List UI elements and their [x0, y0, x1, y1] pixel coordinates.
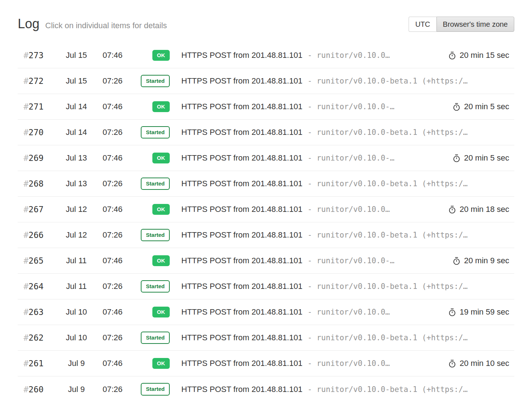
row-duration: 20 min 5 sec — [445, 102, 514, 111]
row-event-text: HTTPS POST from 201.48.81.101 — [181, 333, 303, 342]
row-event: HTTPS POST from 201.48.81.101- runitor/v… — [181, 102, 445, 111]
log-row[interactable]: #264 Jul 11 07:26 Started HTTPS POST fro… — [18, 274, 514, 299]
row-event-text: HTTPS POST from 201.48.81.101 — [181, 51, 303, 60]
row-user-agent: - runitor/v0.10.0… — [308, 308, 390, 316]
row-number-hash: # — [24, 256, 29, 265]
row-separator: - — [308, 256, 312, 265]
row-separator: - — [308, 77, 312, 85]
row-time: 07:26 — [94, 282, 131, 291]
row-separator: - — [308, 154, 312, 162]
row-duration-text: 19 min 59 sec — [460, 307, 509, 317]
row-status-cell: Started — [131, 178, 170, 190]
row-event: HTTPS POST from 201.48.81.101- runitor/v… — [181, 282, 514, 291]
row-number-hash: # — [24, 359, 29, 368]
row-duration-text: 20 min 9 sec — [464, 256, 509, 265]
row-number-value: 267 — [29, 205, 44, 214]
status-badge: OK — [152, 50, 170, 61]
row-event-text: HTTPS POST from 201.48.81.101 — [181, 359, 303, 368]
row-event: HTTPS POST from 201.48.81.101- runitor/v… — [181, 256, 445, 265]
row-number: #271 — [18, 102, 58, 111]
log-row[interactable]: #262 Jul 10 07:26 Started HTTPS POST fro… — [18, 325, 514, 351]
log-row[interactable]: #265 Jul 11 07:46 OK HTTPS POST from 201… — [18, 248, 514, 274]
row-date: Jul 14 — [58, 102, 94, 111]
row-event-text: HTTPS POST from 201.48.81.101 — [181, 102, 303, 111]
log-list: #273 Jul 15 07:46 OK HTTPS POST from 201… — [18, 43, 514, 402]
status-badge: Started — [141, 178, 170, 190]
row-date: Jul 9 — [58, 385, 94, 394]
row-date: Jul 12 — [58, 230, 94, 240]
row-number-value: 260 — [29, 385, 44, 394]
log-row[interactable]: #261 Jul 9 07:46 OK HTTPS POST from 201.… — [18, 351, 514, 376]
stopwatch-icon — [452, 257, 461, 265]
row-event: HTTPS POST from 201.48.81.101- runitor/v… — [181, 385, 514, 394]
row-number-value: 263 — [29, 307, 44, 317]
log-row[interactable]: #263 Jul 10 07:46 OK HTTPS POST from 201… — [18, 299, 514, 325]
utc-button[interactable]: UTC — [409, 17, 436, 32]
row-status-cell: OK — [131, 50, 170, 61]
row-number-value: 262 — [29, 333, 44, 342]
log-row[interactable]: #260 Jul 9 07:26 Started HTTPS POST from… — [18, 376, 514, 402]
log-row[interactable]: #269 Jul 13 07:46 OK HTTPS POST from 201… — [18, 145, 514, 171]
row-status-cell: Started — [131, 229, 170, 242]
log-row[interactable]: #273 Jul 15 07:46 OK HTTPS POST from 201… — [18, 43, 514, 68]
row-separator: - — [308, 333, 312, 342]
row-duration: 20 min 5 sec — [445, 153, 514, 163]
row-number: #264 — [18, 282, 58, 291]
row-date: Jul 11 — [58, 282, 94, 291]
row-number: #268 — [18, 179, 58, 188]
row-time: 07:46 — [94, 205, 131, 214]
row-user-agent: - runitor/v0.10.0-… — [308, 154, 394, 162]
row-number-value: 265 — [29, 256, 44, 265]
row-separator: - — [308, 385, 312, 394]
browser-timezone-button[interactable]: Browser's time zone — [436, 17, 514, 32]
row-event: HTTPS POST from 201.48.81.101- runitor/v… — [181, 205, 441, 214]
row-user-agent: - runitor/v0.10.0… — [308, 205, 390, 214]
log-row[interactable]: #270 Jul 14 07:26 Started HTTPS POST fro… — [18, 120, 514, 145]
row-duration-text: 20 min 5 sec — [464, 102, 509, 111]
row-user-agent: - runitor/v0.10.0-… — [308, 102, 394, 111]
row-number-hash: # — [24, 179, 29, 188]
row-number-value: 272 — [29, 76, 44, 86]
row-number-hash: # — [24, 51, 29, 60]
row-event-text: HTTPS POST from 201.48.81.101 — [181, 256, 303, 265]
row-number-hash: # — [24, 385, 29, 394]
row-separator: - — [308, 179, 312, 188]
row-number-value: 273 — [29, 51, 44, 60]
row-duration: 19 min 59 sec — [441, 307, 514, 317]
row-user-agent-text: runitor/v0.10.0-beta.1 (+https:/… — [317, 128, 468, 137]
row-duration: 20 min 10 sec — [441, 359, 514, 368]
row-user-agent-text: runitor/v0.10.0… — [317, 359, 390, 368]
row-number-value: 266 — [29, 230, 44, 240]
row-number: #260 — [18, 385, 58, 394]
row-separator: - — [308, 102, 312, 111]
status-badge: OK — [152, 255, 170, 266]
log-row[interactable]: #268 Jul 13 07:26 Started HTTPS POST fro… — [18, 171, 514, 197]
log-row[interactable]: #267 Jul 12 07:46 OK HTTPS POST from 201… — [18, 197, 514, 222]
row-time: 07:46 — [94, 102, 131, 111]
log-row[interactable]: #266 Jul 12 07:26 Started HTTPS POST fro… — [18, 222, 514, 248]
row-duration-text: 20 min 5 sec — [464, 153, 509, 163]
row-number: #267 — [18, 205, 58, 214]
row-time: 07:46 — [94, 153, 131, 163]
row-event: HTTPS POST from 201.48.81.101- runitor/v… — [181, 230, 514, 240]
status-badge: Started — [141, 332, 170, 344]
row-user-agent-text: runitor/v0.10.0-beta.1 (+https:/… — [317, 385, 468, 394]
row-separator: - — [308, 282, 312, 291]
row-number-value: 261 — [29, 359, 44, 368]
row-status-cell: Started — [131, 126, 170, 139]
row-date: Jul 15 — [58, 76, 94, 86]
log-row[interactable]: #271 Jul 14 07:46 OK HTTPS POST from 201… — [18, 94, 514, 120]
row-status-cell: Started — [131, 383, 170, 396]
stopwatch-icon — [448, 205, 456, 214]
row-user-agent: - runitor/v0.10.0-beta.1 (+https:/… — [308, 179, 468, 188]
row-separator: - — [308, 51, 312, 60]
row-number-hash: # — [24, 307, 29, 317]
row-time: 07:26 — [94, 76, 131, 86]
row-date: Jul 13 — [58, 179, 94, 188]
log-row[interactable]: #272 Jul 15 07:26 Started HTTPS POST fro… — [18, 68, 514, 94]
row-duration: 20 min 9 sec — [445, 256, 514, 265]
row-date: Jul 12 — [58, 205, 94, 214]
row-date: Jul 10 — [58, 333, 94, 342]
row-number-hash: # — [24, 128, 29, 137]
stopwatch-icon — [452, 103, 461, 111]
